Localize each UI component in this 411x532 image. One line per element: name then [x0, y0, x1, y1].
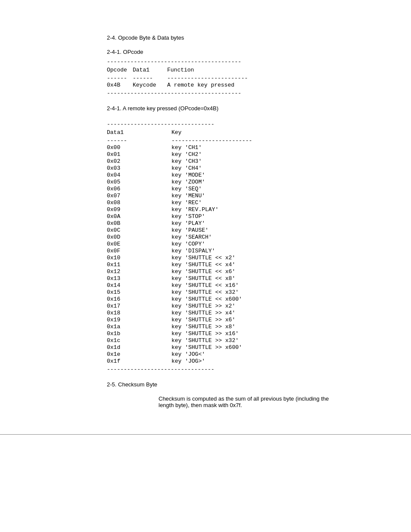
remote-row-30-data1: 0x1e	[107, 351, 171, 358]
opcode-divider-top: ----------------------------------------	[107, 59, 391, 65]
data1-col-header: Data1	[133, 67, 167, 73]
remote-row-11-data1: 0x0B	[107, 220, 171, 227]
remote-row-9: 0x09key 'REV.PLAY'	[107, 206, 391, 213]
remote-row-30: 0x1ekey 'JOG<'	[107, 351, 391, 358]
remote-row-26-key: key 'SHUTTLE >> x8'	[171, 324, 301, 330]
remote-row-3-data1: 0x03	[107, 165, 171, 171]
remote-row-14-data1: 0x0E	[107, 241, 171, 247]
remote-row-5-data1: 0x05	[107, 179, 171, 185]
remote-row-11-key: key 'PLAY'	[171, 220, 301, 227]
section-title-241b: 2-4-1. A remote key pressed (OPcode=0x4B…	[107, 105, 391, 112]
remote-row-21: 0x15key 'SHUTTLE << x32'	[107, 289, 391, 296]
remote-row-22-key: key 'SHUTTLE << x600'	[171, 296, 301, 302]
remote-row-0-key: key 'CH1'	[171, 144, 301, 151]
remote-row-28-data1: 0x1c	[107, 337, 171, 344]
remote-row-0-data1: 0x00	[107, 144, 171, 151]
remote-row-15-key: key 'DISPALY'	[171, 248, 301, 254]
remote-row-2-data1: 0x02	[107, 158, 171, 165]
checksum-text-line1: Checksum is computed as the sum of all p…	[159, 395, 391, 402]
remote-row-20-data1: 0x14	[107, 282, 171, 289]
opcode-table-header: Opcode Data1 Function	[107, 67, 391, 73]
section-title-241: 2-4-1. OPcode	[107, 49, 391, 55]
remote-row-6: 0x06key 'SEQ'	[107, 186, 391, 192]
remote-row-27: 0x1bkey 'SHUTTLE >> x16'	[107, 330, 391, 337]
remote-row-24: 0x18key 'SHUTTLE >> x4'	[107, 310, 391, 316]
remote-row-4-data1: 0x04	[107, 172, 171, 178]
remote-divider-top: --------------------------------	[107, 121, 391, 128]
remote-divider-bottom: --------------------------------	[107, 366, 391, 373]
remote-row-7: 0x07key 'MENU'	[107, 193, 391, 199]
remote-row-14-key: key 'COPY'	[171, 241, 301, 247]
remote-row-1: 0x01key 'CH2'	[107, 151, 391, 158]
remote-row-23-data1: 0x17	[107, 303, 171, 309]
remote-row-16: 0x10key 'SHUTTLE << x2'	[107, 255, 391, 261]
remote-row-6-data1: 0x06	[107, 186, 171, 192]
remote-row-10: 0x0Akey 'STOP'	[107, 213, 391, 220]
function-underline: ------------------------	[167, 75, 296, 81]
remote-row-19: 0x13key 'SHUTTLE << x8'	[107, 275, 391, 282]
remote-row-27-key: key 'SHUTTLE >> x16'	[171, 330, 301, 337]
section-title-25: 2-5. Checksum Byte	[107, 381, 391, 388]
remote-row-17-key: key 'SHUTTLE << x4'	[171, 261, 301, 268]
remote-row-8-data1: 0x08	[107, 199, 171, 206]
remote-row-29-data1: 0x1d	[107, 344, 171, 351]
remote-row-22: 0x16key 'SHUTTLE << x600'	[107, 296, 391, 302]
remote-row-10-data1: 0x0A	[107, 213, 171, 220]
remote-row-19-data1: 0x13	[107, 275, 171, 282]
remote-row-17-data1: 0x11	[107, 261, 171, 268]
remote-table-header: Data1 Key	[107, 129, 391, 136]
remote-row-15: 0x0Fkey 'DISPALY'	[107, 248, 391, 254]
remote-table-underline: ------ ------------------------	[107, 137, 391, 144]
remote-row-9-data1: 0x09	[107, 206, 171, 213]
remote-row-4-key: key 'MODE'	[171, 172, 301, 178]
remote-table-body: 0x00key 'CH1'0x01key 'CH2'0x02key 'CH3'0…	[107, 144, 391, 364]
checksum-text-line2: length byte), then mask with 0x7f.	[159, 402, 391, 408]
remote-row-21-key: key 'SHUTTLE << x32'	[171, 289, 301, 296]
data1-val-0: Keycode	[133, 82, 167, 88]
remote-row-18-data1: 0x12	[107, 268, 171, 275]
remote-row-17: 0x11key 'SHUTTLE << x4'	[107, 261, 391, 268]
remote-row-16-key: key 'SHUTTLE << x2'	[171, 255, 301, 261]
opcode-data-row-0: 0x4B Keycode A remote key pressed	[107, 82, 391, 88]
remote-row-24-data1: 0x18	[107, 310, 171, 316]
remote-col1-underline: ------	[107, 137, 171, 144]
remote-row-13-data1: 0x0D	[107, 234, 171, 240]
remote-row-2: 0x02key 'CH3'	[107, 158, 391, 165]
remote-row-25-key: key 'SHUTTLE >> x6'	[171, 317, 301, 323]
remote-row-1-data1: 0x01	[107, 151, 171, 158]
remote-row-23-key: key 'SHUTTLE >> x2'	[171, 303, 301, 309]
remote-row-12-data1: 0x0C	[107, 227, 171, 233]
opcode-col-header: Opcode	[107, 67, 133, 73]
remote-row-16-data1: 0x10	[107, 255, 171, 261]
remote-row-23: 0x17key 'SHUTTLE >> x2'	[107, 303, 391, 309]
remote-row-26: 0x1akey 'SHUTTLE >> x8'	[107, 324, 391, 330]
remote-row-25-data1: 0x19	[107, 317, 171, 323]
remote-row-12-key: key 'PAUSE'	[171, 227, 301, 233]
remote-row-19-key: key 'SHUTTLE << x8'	[171, 275, 301, 282]
remote-row-31-key: key 'JOG>'	[171, 358, 301, 364]
remote-row-21-data1: 0x15	[107, 289, 171, 296]
remote-row-18: 0x12key 'SHUTTLE << x6'	[107, 268, 391, 275]
remote-row-26-data1: 0x1a	[107, 324, 171, 330]
remote-row-12: 0x0Ckey 'PAUSE'	[107, 227, 391, 233]
opcode-table-underline: ------ ------ ------------------------	[107, 75, 391, 81]
remote-row-4: 0x04key 'MODE'	[107, 172, 391, 178]
remote-row-3: 0x03key 'CH4'	[107, 165, 391, 171]
remote-row-25: 0x19key 'SHUTTLE >> x6'	[107, 317, 391, 323]
remote-row-5-key: key 'ZOOM'	[171, 179, 301, 185]
remote-row-3-key: key 'CH4'	[171, 165, 301, 171]
function-val-0: A remote key pressed	[167, 82, 296, 88]
remote-row-18-key: key 'SHUTTLE << x6'	[171, 268, 301, 275]
remote-row-28: 0x1ckey 'SHUTTLE >> x32'	[107, 337, 391, 344]
remote-row-15-data1: 0x0F	[107, 248, 171, 254]
opcode-divider-bottom: ----------------------------------------	[107, 90, 391, 96]
remote-row-10-key: key 'STOP'	[171, 213, 301, 220]
remote-row-5: 0x05key 'ZOOM'	[107, 179, 391, 185]
remote-row-27-data1: 0x1b	[107, 330, 171, 337]
remote-row-9-key: key 'REV.PLAY'	[171, 206, 301, 213]
remote-row-0: 0x00key 'CH1'	[107, 144, 391, 151]
remote-row-29: 0x1dkey 'SHUTTLE >> x600'	[107, 344, 391, 351]
remote-row-20: 0x14key 'SHUTTLE << x16'	[107, 282, 391, 289]
remote-row-7-key: key 'MENU'	[171, 193, 301, 199]
remote-row-8-key: key 'REC'	[171, 199, 301, 206]
